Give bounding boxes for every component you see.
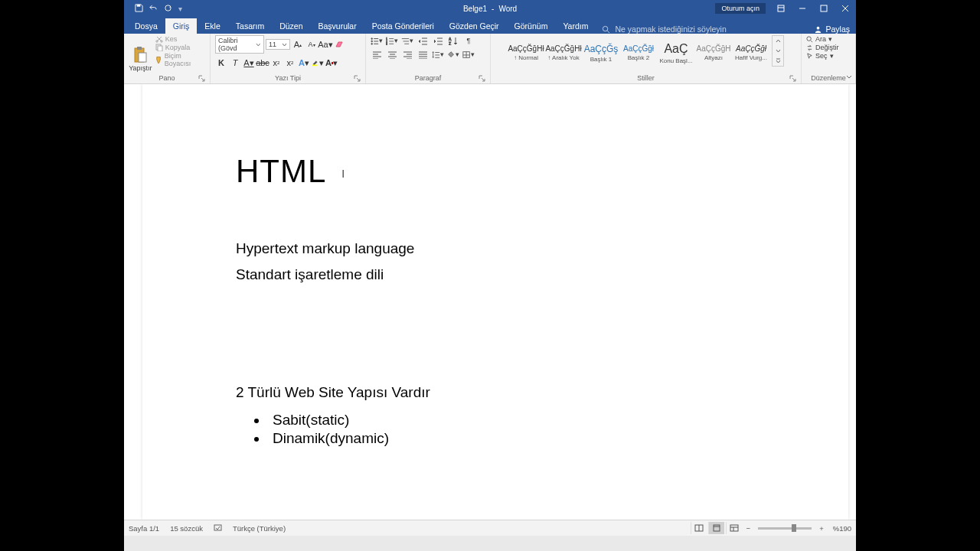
shading-button[interactable]: ▾ [447, 49, 459, 60]
numbering-button[interactable]: 123▾ [386, 35, 398, 46]
copy-button[interactable]: Kopyala [155, 44, 205, 51]
strike-button[interactable]: abc [256, 57, 269, 69]
read-mode-button[interactable] [691, 522, 707, 534]
share-button[interactable]: Paylaş [814, 24, 850, 34]
highlight-button[interactable]: ▾ [312, 57, 324, 69]
tab-duzen[interactable]: Düzen [272, 18, 310, 34]
save-icon[interactable] [135, 4, 143, 14]
svg-rect-13 [312, 65, 318, 67]
paste-button[interactable]: Yapıştır [129, 35, 152, 72]
align-left-button[interactable] [371, 49, 383, 60]
language-indicator[interactable]: Türkçe (Türkiye) [233, 524, 286, 533]
tab-posta[interactable]: Posta Gönderileri [364, 18, 442, 34]
tell-me-search[interactable]: Ne yapmak istediğinizi söyleyin [602, 24, 726, 34]
svg-rect-26 [714, 525, 720, 531]
svg-rect-27 [730, 525, 738, 531]
scissors-icon [155, 35, 163, 43]
close-icon[interactable] [835, 0, 856, 17]
app-name: Word [498, 5, 517, 13]
style-title[interactable]: AaÇKonu Başl... [658, 35, 694, 70]
change-case-button[interactable]: Aa▾ [319, 38, 332, 51]
word-count[interactable]: 15 sözcük [170, 524, 203, 533]
superscript-button[interactable]: x2 [284, 57, 296, 69]
zoom-slider[interactable] [758, 527, 812, 530]
grow-font-button[interactable]: A▴ [292, 38, 304, 51]
style-heading2[interactable]: AaÇçĞğłBaşlık 2 [620, 35, 657, 70]
share-label: Paylaş [825, 24, 850, 34]
text-effects-button[interactable]: A▾ [298, 57, 310, 69]
zoom-thumb[interactable] [792, 524, 796, 532]
chevron-down-icon [282, 42, 287, 47]
chevron-up-icon[interactable] [773, 36, 783, 46]
tab-ekle[interactable]: Ekle [197, 18, 227, 34]
undo-icon[interactable] [149, 4, 158, 14]
sign-in-button[interactable]: Oturum açın [715, 3, 766, 14]
zoom-in-button[interactable]: + [816, 524, 827, 533]
align-right-button[interactable] [401, 49, 413, 60]
collapse-ribbon-icon[interactable] [845, 73, 853, 82]
clipboard-icon [132, 47, 148, 64]
font-name-combo[interactable]: Calibri (Gövd [215, 35, 264, 54]
font-size-combo[interactable]: 11 [266, 39, 290, 50]
select-button[interactable]: Seç ▾ [806, 52, 851, 60]
style-heading1[interactable]: AaÇçĞşBaşlık 1 [583, 35, 619, 70]
style-scroll[interactable] [772, 35, 784, 67]
subscript-button[interactable]: x2 [270, 57, 283, 69]
borders-button[interactable]: ▾ [462, 49, 475, 60]
format-painter-button[interactable]: Biçim Boyacısı [155, 52, 205, 67]
doc-paragraph: Standart işaretleme dili [236, 266, 848, 283]
redo-icon[interactable] [164, 4, 172, 14]
dialog-launcher-icon[interactable] [479, 75, 485, 82]
decrease-indent-button[interactable] [416, 35, 429, 46]
underline-button[interactable]: A▾ [243, 57, 255, 69]
style-subtitle[interactable]: AaÇçĞğHAltyazı [695, 35, 732, 70]
doc-paragraph: 2 Türlü Web Site Yapısı Vardır [236, 384, 848, 401]
tab-gorunum[interactable]: Görünüm [507, 18, 556, 34]
shrink-font-button[interactable]: A▾ [305, 38, 318, 51]
align-center-button[interactable] [386, 49, 398, 60]
tab-dosya[interactable]: Dosya [127, 18, 165, 34]
line-spacing-button[interactable]: ▾ [432, 49, 444, 60]
bullets-button[interactable]: ▾ [371, 35, 383, 46]
window-title: Belge1 - Word [463, 5, 517, 13]
page-indicator[interactable]: Sayfa 1/1 [129, 524, 159, 533]
increase-indent-button[interactable] [432, 35, 444, 46]
dialog-launcher-icon[interactable] [789, 75, 796, 82]
replace-button[interactable]: Değiştir [806, 44, 851, 51]
clear-format-button[interactable] [333, 38, 345, 51]
justify-button[interactable] [416, 49, 429, 60]
print-layout-button[interactable] [708, 522, 724, 534]
proofing-icon[interactable] [214, 523, 222, 533]
chevron-down-icon[interactable] [773, 46, 783, 56]
style-emphasis[interactable]: AaÇçĞğłHafif Vurg... [733, 35, 769, 70]
tab-basvurular[interactable]: Başvurular [311, 18, 364, 34]
bold-button[interactable]: K [215, 57, 227, 69]
ribbon-options-icon[interactable] [770, 0, 792, 17]
svg-rect-0 [137, 4, 141, 6]
quick-access-toolbar: ▾ [124, 4, 182, 14]
find-button[interactable]: Ara ▾ [806, 35, 851, 43]
cut-button[interactable]: Kes [155, 35, 205, 43]
document-content[interactable]: HTMLI Hypertext markup language Standart… [142, 84, 848, 447]
show-marks-button[interactable]: ¶ [462, 35, 475, 46]
tab-yardim[interactable]: Yardım [555, 18, 596, 34]
web-layout-button[interactable] [726, 522, 742, 534]
zoom-level[interactable]: %190 [833, 524, 851, 533]
maximize-icon[interactable] [813, 0, 835, 17]
minimize-icon[interactable] [792, 0, 813, 17]
tab-giris[interactable]: Giriş [165, 18, 198, 34]
qat-more-icon[interactable]: ▾ [178, 5, 182, 13]
sort-button[interactable]: AZ [447, 35, 459, 46]
tab-gozden[interactable]: Gözden Geçir [442, 18, 507, 34]
document-area[interactable]: HTMLI Hypertext markup language Standart… [124, 84, 856, 520]
font-color-button[interactable]: A▾ [325, 57, 338, 69]
style-no-spacing[interactable]: AaÇçĞğHł↑ Aralık Yok [545, 35, 582, 70]
zoom-out-button[interactable]: − [743, 524, 754, 533]
italic-button[interactable]: T [229, 57, 241, 69]
dialog-launcher-icon[interactable] [354, 75, 361, 82]
multilevel-button[interactable]: ▾ [401, 35, 413, 46]
tab-tasarim[interactable]: Tasarım [228, 18, 272, 34]
more-styles-icon[interactable] [773, 56, 783, 66]
dialog-launcher-icon[interactable] [198, 75, 205, 82]
style-normal[interactable]: AaÇçĞğHł↑ Normal [508, 35, 544, 70]
